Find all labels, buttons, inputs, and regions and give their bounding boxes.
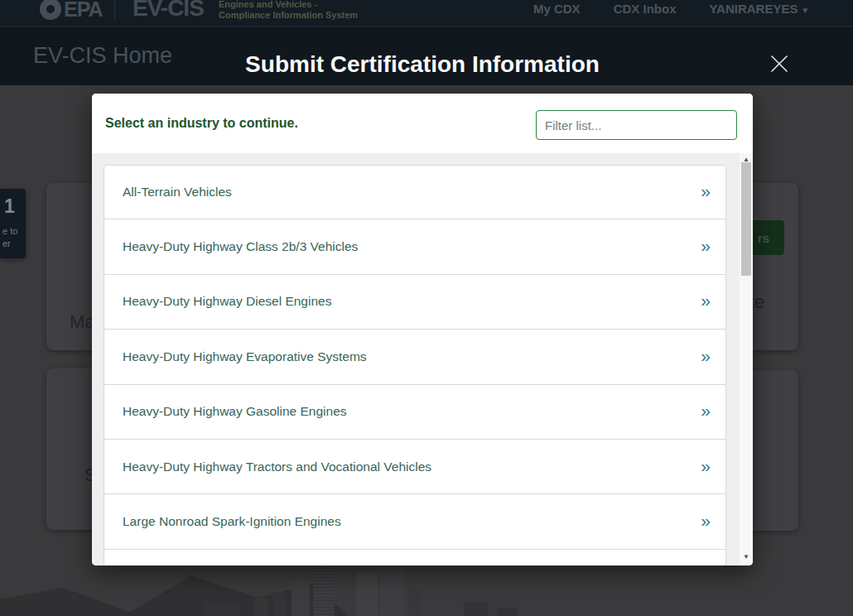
background-green-button-label: rs	[758, 231, 769, 245]
step-badge-text-line2: er	[2, 238, 11, 248]
industry-row-clipped[interactable]	[104, 550, 726, 565]
evcis-subtitle-line2: Compliance Information System	[219, 10, 358, 21]
industry-row-label: All-Terrain Vehicles	[123, 185, 232, 200]
epa-logo-text: EPA	[64, 0, 103, 22]
industry-row-hd-highway-evaporative-systems[interactable]: Heavy-Duty Highway Evaporative Systems »	[104, 330, 726, 384]
industry-list: All-Terrain Vehicles » Heavy-Duty Highwa…	[92, 153, 753, 565]
nav-cdx-inbox[interactable]: CDX Inbox	[614, 2, 677, 16]
industry-row-all-terrain-vehicles[interactable]: All-Terrain Vehicles »	[104, 165, 726, 219]
city-skyline-image	[0, 561, 853, 616]
industry-row-label: Heavy-Duty Highway Class 2b/3 Vehicles	[123, 239, 358, 254]
building-silhouette	[497, 608, 517, 616]
industry-row-label: Heavy-Duty Highway Evaporative Systems	[123, 349, 367, 364]
close-icon[interactable]	[769, 53, 790, 75]
industry-row-hd-highway-tractors-vocational-vehicles[interactable]: Heavy-Duty Highway Tractors and Vocation…	[104, 440, 726, 494]
industry-row-label: Heavy-Duty Highway Tractors and Vocation…	[123, 460, 431, 474]
industry-select-modal: Select an industry to continue. All-Terr…	[92, 94, 753, 565]
industry-row-large-nonroad-spark-ignition-engines[interactable]: Large Nonroad Spark-Ignition Engines »	[104, 494, 726, 549]
building-silhouette	[379, 570, 404, 616]
industry-row-label: Heavy-Duty Highway Diesel Engines	[123, 294, 331, 309]
chevron-down-icon: ▾	[802, 5, 807, 15]
building-silhouette	[356, 573, 378, 616]
double-chevron-right-icon: »	[701, 401, 711, 421]
industry-rows: All-Terrain Vehicles » Heavy-Duty Highwa…	[104, 165, 726, 565]
evcis-logo-text: EV-CIS	[133, 0, 204, 22]
modal-header: Select an industry to continue.	[92, 94, 753, 153]
building-silhouette	[205, 603, 239, 616]
nav-my-cdx[interactable]: My CDX	[533, 2, 581, 16]
double-chevron-right-icon: »	[701, 236, 711, 256]
building-silhouette	[407, 590, 421, 616]
building-silhouette	[292, 580, 310, 616]
top-navigation: My CDX CDX Inbox YANIRAREYES▾	[533, 2, 807, 16]
top-header-bar: EPA EV-CIS Engines and Vehicles - Compli…	[0, 0, 853, 27]
double-chevron-right-icon: »	[701, 511, 711, 531]
industry-row-label: Heavy-Duty Highway Gasoline Engines	[123, 404, 347, 419]
header-divider	[114, 0, 115, 22]
industry-row-hd-highway-diesel-engines[interactable]: Heavy-Duty Highway Diesel Engines »	[104, 275, 726, 330]
step-badge-text-line1: e to	[2, 226, 17, 236]
modal-prompt: Select an industry to continue.	[105, 116, 298, 131]
evcis-subtitle: Engines and Vehicles - Compliance Inform…	[219, 0, 358, 21]
modal-scrollbar[interactable]: ▲ ▼	[740, 153, 753, 565]
step-badge-number: 1	[4, 195, 15, 218]
building-silhouette	[253, 598, 268, 616]
industry-row-hd-highway-gasoline-engines[interactable]: Heavy-Duty Highway Gasoline Engines »	[104, 385, 726, 440]
double-chevron-right-icon: »	[701, 291, 711, 311]
background-card-text-left-top: Ma	[70, 311, 95, 333]
double-chevron-right-icon: »	[701, 181, 711, 201]
epa-flower-icon	[40, 0, 61, 20]
app-window: EPA EV-CIS Engines and Vehicles - Compli…	[0, 0, 853, 616]
building-silhouette	[313, 563, 335, 616]
user-name: YANIRAREYES	[709, 2, 798, 16]
industry-row-label: Large Nonroad Spark-Ignition Engines	[123, 514, 341, 529]
mountain-silhouette	[0, 588, 141, 616]
filter-input[interactable]	[536, 110, 737, 140]
scrollbar-thumb[interactable]	[741, 162, 751, 276]
modal-title: Submit Certification Information	[92, 51, 753, 78]
industry-row-hd-highway-class-2b3-vehicles[interactable]: Heavy-Duty Highway Class 2b/3 Vehicles »	[104, 219, 726, 274]
building-silhouette	[273, 593, 285, 616]
scroll-down-icon[interactable]: ▼	[740, 552, 753, 562]
evcis-subtitle-line1: Engines and Vehicles -	[219, 0, 358, 10]
double-chevron-right-icon: »	[701, 346, 711, 366]
step-badge: 1 e to er	[0, 189, 26, 258]
double-chevron-right-icon: »	[701, 456, 711, 476]
user-menu[interactable]: YANIRAREYES▾	[709, 2, 807, 16]
epa-logo: EPA	[40, 0, 103, 23]
building-silhouette	[464, 601, 489, 616]
